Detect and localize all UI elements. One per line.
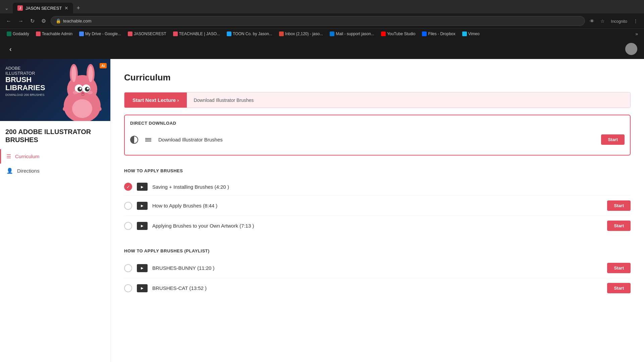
lecture-status-half [130,136,138,144]
sidebar-item-directions[interactable]: 👤 Directions [0,164,110,178]
bookmark-inbox[interactable]: Inbox (2,120) - jaso... [276,31,326,37]
course-image-bg: ADOBE ILLUSTRATOR BRUSH LIBRARIES DOWNLO… [0,59,111,121]
video-icon [137,202,148,210]
lecture-title: Download Illustrator Brushes [158,137,596,142]
tab-bar: ⌄ J JASON SECREST ✕ + [0,0,644,13]
video-icon [137,183,148,191]
bookmark-dropbox[interactable]: Files - Dropbox [419,31,458,37]
course-title-overlay: ADOBE ILLUSTRATOR BRUSH LIBRARIES DOWNLO… [5,66,45,97]
svg-point-13 [73,91,78,94]
start-next-lecture-button[interactable]: Start Next Lecture › [124,93,187,108]
lecture-start-button[interactable]: Start [607,200,631,211]
section-header-how-to-apply: HOW TO APPLY BRUSHES [124,164,631,178]
main-layout: ADOBE ILLUSTRATOR BRUSH LIBRARIES DOWNLO… [0,59,644,362]
sidebar: ADOBE ILLUSTRATOR BRUSH LIBRARIES DOWNLO… [0,59,111,362]
course-image: ADOBE ILLUSTRATOR BRUSH LIBRARIES DOWNLO… [0,59,111,121]
lecture-item: Download Illustrator Brushes Start [130,130,625,149]
curriculum-icon: ☰ [6,153,11,160]
bookmarks-bar: Godaddy Teachable Admin My Drive - Googl… [0,28,644,39]
svg-point-14 [87,91,93,94]
lecture-item: How to Apply Brushes (8:44 ) Start [124,196,631,216]
svg-point-5 [88,66,93,82]
page-title: Curriculum [124,72,631,83]
course-line3: BRUSH [5,76,45,84]
lecture-item: ✓ Saving + Installing Brushes (4:20 ) [124,178,631,196]
sidebar-course-title-text: 200 ADOBE ILLUSTRATOR BRUSHES [5,128,105,144]
bookmark-jasonsecrest[interactable]: JASONSECREST [125,31,169,37]
back-button[interactable]: ← [4,17,13,25]
course-subtitle: DOWNLOAD 200 BRUSHES [5,93,45,97]
sidebar-nav: ☰ Curriculum 👤 Directions [0,146,110,181]
course-line4: LIBRARIES [5,84,45,92]
svg-point-10 [79,87,82,89]
lecture-item: BRUSHES-CAT (13:52 ) Start [124,278,631,298]
svg-point-17 [72,99,92,118]
eye-slash-icon[interactable]: 👁 [588,17,596,25]
forward-button[interactable]: → [16,17,25,25]
nav-bar: ← → ↻ ⚙ 🔒 teachable.com 👁 ☆ Incognito ⋮ [0,13,644,28]
course-line1: ADOBE [5,66,45,71]
app-header: ‹ [0,39,644,59]
sidebar-item-curriculum-label: Curriculum [15,154,40,159]
bookmark-mail[interactable]: Mail - support jason... [327,31,377,37]
how-to-apply-playlist-section: HOW TO APPLY BRUSHES (PLAYLIST) BRUSHES-… [124,244,631,298]
new-tab-button[interactable]: + [74,3,83,13]
direct-download-section: DIRECT DOWNLOAD Download Illustrator Bru… [124,115,631,156]
lecture-title: BRUSHES-BUNNY (11:20 ) [152,265,602,271]
lecture-item: Applying Brushes to your Own Artwork (7:… [124,216,631,236]
bookmark-godaddy[interactable]: Godaddy [4,31,32,37]
section-header-playlist: HOW TO APPLY BRUSHES (PLAYLIST) [124,244,631,258]
course-line2: ILLUSTRATOR [5,71,45,76]
lecture-title: How to Apply Brushes (8:44 ) [152,203,602,208]
video-icon [137,284,148,292]
bookmark-toon[interactable]: TOON Co. by Jason... [224,31,275,37]
lecture-start-button[interactable]: Start [607,283,631,293]
lecture-status-empty [124,222,132,230]
lecture-status-empty [124,264,132,272]
lecture-status-completed: ✓ [124,183,132,191]
start-next-lecture-name: Download Illustrator Brushes [187,93,630,108]
svg-point-11 [87,87,89,89]
video-icon [137,264,148,272]
sidebar-course-title: 200 ADOBE ILLUSTRATOR BRUSHES [0,121,110,146]
incognito-button[interactable]: Incognito [609,17,629,25]
more-bookmarks-button[interactable]: » [633,30,640,38]
tab-title: JASON SECREST [25,6,62,11]
bookmark-teachable2[interactable]: TEACHABLE | JASO... [170,31,223,37]
video-icon [137,222,148,230]
main-content: Curriculum Start Next Lecture › Download… [111,59,644,362]
bookmark-teachable[interactable]: Teachable Admin [33,31,75,37]
sidebar-item-curriculum[interactable]: ☰ Curriculum [0,149,110,164]
how-to-apply-section: HOW TO APPLY BRUSHES ✓ Saving + Installi… [124,164,631,236]
bookmark-drive[interactable]: My Drive - Google... [76,31,124,37]
tab-close-button[interactable]: ✕ [64,5,68,11]
lecture-start-button[interactable]: Start [601,134,625,145]
lecture-title: BRUSHES-CAT (13:52 ) [152,285,602,291]
file-icon [143,136,154,144]
lecture-start-button[interactable]: Start [607,263,631,273]
app-back-button[interactable]: ‹ [7,44,14,54]
direct-download-header: DIRECT DOWNLOAD [130,121,625,126]
url-bar[interactable]: 🔒 teachable.com [51,16,585,26]
start-next-bar: Start Next Lecture › Download Illustrato… [124,92,631,108]
lecture-start-button[interactable]: Start [607,221,631,231]
more-options-button[interactable]: ⋮ [631,17,640,25]
bunny-character [54,59,111,121]
lecture-title: Saving + Installing Brushes (4:20 ) [152,184,631,190]
lecture-status-empty [124,202,132,210]
tab-list-button[interactable]: ⌄ [3,4,11,12]
directions-icon: 👤 [6,168,13,174]
lecture-item: BRUSHES-BUNNY (11:20 ) Start [124,258,631,278]
browser-chrome: ⌄ J JASON SECREST ✕ + ← → ↻ ⚙ 🔒 teachabl… [0,0,644,39]
active-tab[interactable]: J JASON SECREST ✕ [13,3,73,13]
url-text: teachable.com [63,18,580,23]
svg-point-12 [81,92,85,94]
extensions-button[interactable]: ⚙ [39,16,48,25]
sidebar-item-directions-label: Directions [17,168,40,174]
lecture-status-empty [124,284,132,292]
bookmark-youtube[interactable]: YouTube Studio [378,31,418,37]
reload-button[interactable]: ↻ [28,16,37,25]
svg-point-4 [71,66,76,82]
bookmark-icon[interactable]: ☆ [598,17,607,25]
bookmark-vimeo[interactable]: Vimeo [460,31,482,37]
